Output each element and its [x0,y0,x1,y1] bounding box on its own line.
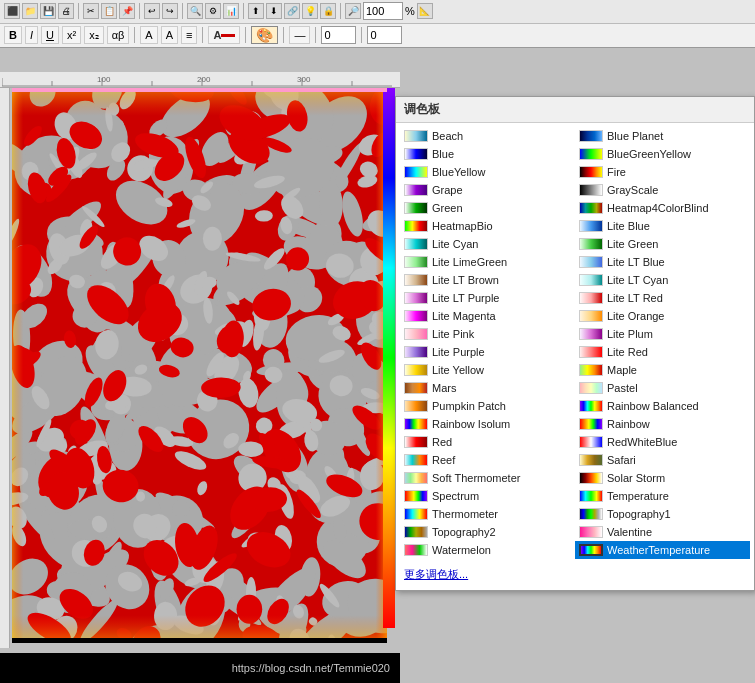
font-size-button[interactable]: A [140,26,157,44]
toolbar-icon-7[interactable]: 📌 [119,3,135,19]
colormap-item-bluegreenyellow[interactable]: BlueGreenYellow [575,145,750,163]
sep2 [139,3,140,19]
zoom-icon[interactable]: 🔎 [345,3,361,19]
swatch-litelimegreen [404,256,428,268]
colormap-item-grape[interactable]: Grape [400,181,575,199]
colormap-item-weathertemp[interactable]: WeatherTemperature [575,541,750,559]
colormap-item-beach[interactable]: Beach [400,127,575,145]
color-fill-button[interactable]: A [208,26,240,44]
toolbar-icon-11[interactable]: ⚙ [205,3,221,19]
colormap-item-watermelon[interactable]: Watermelon [400,541,575,559]
colormap-item-softthermo[interactable]: Soft Thermometer [400,469,575,487]
toolbar-icon-4[interactable]: 🖨 [58,3,74,19]
colormap-item-solarstorm[interactable]: Solar Storm [575,469,750,487]
sep6 [134,27,135,43]
colormap-item-litelimegreen[interactable]: Lite LimeGreen [400,253,575,271]
toolbar-icon-9[interactable]: ↪ [162,3,178,19]
stroke-width-input[interactable] [321,26,356,44]
zoom-input[interactable] [363,2,403,20]
colormap-item-blueplanet[interactable]: Blue Planet [575,127,750,145]
bold-button[interactable]: B [4,26,22,44]
toolbar-icon-10[interactable]: 🔍 [187,3,203,19]
colormap-item-rainbow[interactable]: Rainbow [575,415,750,433]
toolbar-icon-14[interactable]: ⬇ [266,3,282,19]
opacity-input[interactable] [367,26,402,44]
bottom-strip: https://blog.csdn.net/Temmie020 [0,653,400,683]
colormap-item-grayscale[interactable]: GrayScale [575,181,750,199]
colormap-item-heatmapbio[interactable]: HeatmapBio [400,217,575,235]
stroke-button[interactable]: — [289,26,310,44]
colormap-item-topography2[interactable]: Topography2 [400,523,575,541]
swatch-beach [404,130,428,142]
toolbar-icon-8[interactable]: ↩ [144,3,160,19]
more-colormaps-link[interactable]: 更多调色板... [396,563,754,586]
underline-button[interactable]: U [41,26,59,44]
colormap-item-thermometer[interactable]: Thermometer [400,505,575,523]
colormap-item-reef[interactable]: Reef [400,451,575,469]
toolbar-icon-15[interactable]: 🔗 [284,3,300,19]
colormap-item-liteorange[interactable]: Lite Orange [575,307,750,325]
colormap-item-blue[interactable]: Blue [400,145,575,163]
colormap-item-liteyellow[interactable]: Lite Yellow [400,361,575,379]
colormap-item-green[interactable]: Green [400,199,575,217]
colormap-item-redwhiteblue[interactable]: RedWhiteBlue [575,433,750,451]
colormap-item-litemagenta[interactable]: Lite Magenta [400,307,575,325]
colormap-item-liteltblue[interactable]: Lite LT Blue [575,253,750,271]
colormap-item-liteltcyan[interactable]: Lite LT Cyan [575,271,750,289]
colormap-item-liteltbrown[interactable]: Lite LT Brown [400,271,575,289]
toolbar-icon-16[interactable]: 💡 [302,3,318,19]
swatch-blueyellow [404,166,428,178]
colormap-item-pastel[interactable]: Pastel [575,379,750,397]
label-liteltpurple: Lite LT Purple [432,292,499,304]
align-button[interactable]: A [161,26,178,44]
toolbar-icon-2[interactable]: 📁 [22,3,38,19]
italic-button[interactable]: I [25,26,38,44]
align2-button[interactable]: ≡ [181,26,197,44]
colormap-item-litegreen[interactable]: Lite Green [575,235,750,253]
alpha-button[interactable]: αβ [107,26,130,44]
colormap-item-topography1[interactable]: Topography1 [575,505,750,523]
colormap-item-maple[interactable]: Maple [575,361,750,379]
colormap-item-spectrum[interactable]: Spectrum [400,487,575,505]
toolbar-icon-6[interactable]: 📋 [101,3,117,19]
main-area: 100 200 300 https://blog.csdn.net/Temmie… [0,48,755,683]
swatch-liteltbrown [404,274,428,286]
toolbar-icon-5[interactable]: ✂ [83,3,99,19]
swatch-weathertemp [579,544,603,556]
palette-button[interactable]: 🎨 [251,26,278,44]
colormap-item-mars[interactable]: Mars [400,379,575,397]
colormap-item-litepink[interactable]: Lite Pink [400,325,575,343]
swatch-blue [404,148,428,160]
toolbar-icon-3[interactable]: 💾 [40,3,56,19]
colormap-item-litecyan[interactable]: Lite Cyan [400,235,575,253]
colormap-item-valentine[interactable]: Valentine [575,523,750,541]
colormap-item-rainbowbalanced[interactable]: Rainbow Balanced [575,397,750,415]
toolbar-icon-12[interactable]: 📊 [223,3,239,19]
colormap-item-heatmap4cb[interactable]: Heatmap4ColorBlind [575,199,750,217]
sep4 [243,3,244,19]
colormap-item-liteblue[interactable]: Lite Blue [575,217,750,235]
colormap-item-blueyellow[interactable]: BlueYellow [400,163,575,181]
colormap-item-liteltpurple[interactable]: Lite LT Purple [400,289,575,307]
colormap-item-liteplum[interactable]: Lite Plum [575,325,750,343]
colormap-item-pumpkinpatch[interactable]: Pumpkin Patch [400,397,575,415]
toolbar-icon-1[interactable]: ⬛ [4,3,20,19]
swatch-liteblue [579,220,603,232]
colormap-item-fire[interactable]: Fire [575,163,750,181]
colormap-item-temperature[interactable]: Temperature [575,487,750,505]
colormap-item-rainbowisolum[interactable]: Rainbow Isolum [400,415,575,433]
label-heatmapbio: HeatmapBio [432,220,493,232]
colormap-item-litepurple[interactable]: Lite Purple [400,343,575,361]
toolbar-icon-13[interactable]: ⬆ [248,3,264,19]
colormap-item-safari[interactable]: Safari [575,451,750,469]
swatch-liteplum [579,328,603,340]
toolbar-icon-17[interactable]: 🔒 [320,3,336,19]
colormap-item-red[interactable]: Red [400,433,575,451]
colormap-item-litered[interactable]: Lite Red [575,343,750,361]
superscript-button[interactable]: x² [62,26,81,44]
colormap-item-liteltred[interactable]: Lite LT Red [575,289,750,307]
subscript-button[interactable]: x₂ [84,26,104,44]
toolbar-icon-18[interactable]: 📐 [417,3,433,19]
swatch-litecyan [404,238,428,250]
swatch-liteltblue [579,256,603,268]
